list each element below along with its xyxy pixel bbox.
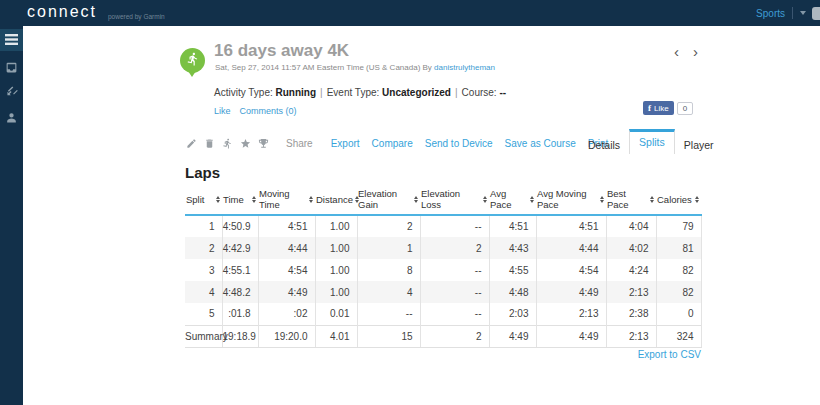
sort-arrows-icon[interactable] bbox=[414, 196, 418, 203]
meta-value: -- bbox=[499, 87, 506, 98]
left-sidebar bbox=[0, 26, 23, 405]
next-activity-icon[interactable]: › bbox=[693, 44, 698, 59]
column-header-best-pace[interactable]: Best Pace bbox=[606, 186, 656, 215]
facebook-like-widget: f Like 0 bbox=[643, 101, 693, 115]
laps-table: SplitTimeMoving TimeDistanceElevation Ga… bbox=[185, 186, 701, 348]
lap-cell: 15 bbox=[357, 325, 420, 347]
sidebar-item-profile[interactable] bbox=[0, 108, 23, 130]
export-to-csv-link[interactable]: Export to CSV bbox=[560, 349, 701, 360]
runner-icon bbox=[186, 52, 200, 70]
lap-cell: 4:50.9 bbox=[222, 215, 258, 237]
lap-cell: 2 bbox=[357, 215, 420, 237]
lap-cell: 1 bbox=[185, 215, 222, 237]
sort-arrows-icon[interactable] bbox=[530, 196, 534, 203]
column-header-moving-time[interactable]: Moving Time bbox=[258, 186, 315, 215]
lap-cell: 2:38 bbox=[606, 303, 656, 325]
lap-cell: 2 bbox=[185, 237, 222, 259]
facebook-like-button[interactable]: f Like bbox=[643, 101, 674, 115]
sort-arrows-icon[interactable] bbox=[600, 196, 604, 203]
sidebar-item-menu[interactable] bbox=[0, 29, 23, 51]
sort-arrows-icon[interactable] bbox=[216, 196, 220, 203]
lap-cell: 4:54 bbox=[536, 259, 606, 281]
sidebar-item-inbox[interactable] bbox=[0, 58, 23, 80]
sidebar-item-connections[interactable] bbox=[0, 82, 23, 104]
lap-cell: 2 bbox=[420, 237, 489, 259]
tab-splits[interactable]: Splits bbox=[629, 129, 675, 154]
sort-arrows-icon[interactable] bbox=[252, 196, 256, 203]
column-header-avg-moving-pace[interactable]: Avg Moving Pace bbox=[536, 186, 606, 215]
sports-menu-link[interactable]: Sports bbox=[756, 8, 785, 19]
sort-arrows-icon[interactable] bbox=[309, 196, 313, 203]
sort-arrows-icon[interactable] bbox=[650, 196, 654, 203]
delete-trash-icon[interactable] bbox=[204, 137, 216, 149]
laps-heading: Laps bbox=[185, 164, 220, 181]
lap-cell: 4:48 bbox=[489, 281, 536, 303]
inbox-icon bbox=[5, 60, 18, 78]
facebook-icon: f bbox=[648, 103, 651, 113]
summary-row: Summary19:18.919:20.04.011524:494:492:13… bbox=[185, 325, 701, 347]
sort-arrows-icon[interactable] bbox=[483, 196, 487, 203]
activity-title: 16 days away 4K bbox=[214, 41, 349, 61]
toolbar-link-send-to-device[interactable]: Send to Device bbox=[425, 138, 493, 149]
laps-body: 14:50.94:511.002--4:514:514:047924:42.94… bbox=[185, 215, 701, 347]
lap-row: 14:50.94:511.002--4:514:514:0479 bbox=[185, 215, 701, 237]
trophy-icon[interactable] bbox=[258, 137, 270, 149]
lap-cell: -- bbox=[420, 281, 489, 303]
lap-cell: 4:49 bbox=[258, 281, 315, 303]
edit-pencil-icon[interactable] bbox=[186, 137, 198, 149]
column-header-time[interactable]: Time bbox=[222, 186, 258, 215]
lap-cell: 4:48.2 bbox=[222, 281, 258, 303]
tab-details[interactable]: Details bbox=[579, 132, 629, 157]
lap-cell: 4 bbox=[185, 281, 222, 303]
runner-icon[interactable] bbox=[222, 137, 234, 149]
lap-cell: 1.00 bbox=[315, 259, 357, 281]
lap-cell: 0 bbox=[656, 303, 701, 325]
toolbar-link-save-as-course[interactable]: Save as Course bbox=[505, 138, 576, 149]
lap-cell: 4:51 bbox=[489, 215, 536, 237]
share-button[interactable]: Share bbox=[286, 138, 313, 149]
column-header-avg-pace[interactable]: Avg Pace bbox=[489, 186, 536, 215]
lap-cell: 4:24 bbox=[606, 259, 656, 281]
lap-cell: :01.8 bbox=[222, 303, 258, 325]
lap-cell: 4.01 bbox=[315, 325, 357, 347]
lap-cell: 8 bbox=[357, 259, 420, 281]
lap-cell: -- bbox=[420, 259, 489, 281]
lap-cell: -- bbox=[420, 215, 489, 237]
lap-cell: 82 bbox=[656, 281, 701, 303]
favorite-star-icon[interactable] bbox=[240, 137, 252, 149]
activity-author-link[interactable]: danistrulytheman bbox=[434, 63, 495, 72]
activity-subtitle: Sat, Sep 27, 2014 11:57 AM Eastern Time … bbox=[215, 63, 495, 72]
prev-activity-icon[interactable]: ‹ bbox=[674, 44, 679, 59]
column-header-distance[interactable]: Distance bbox=[315, 186, 357, 215]
like-link[interactable]: Like bbox=[214, 106, 231, 116]
column-label: Time bbox=[223, 194, 244, 205]
lap-cell: 1.00 bbox=[315, 237, 357, 259]
column-header-elevation-gain[interactable]: Elevation Gain bbox=[357, 186, 420, 215]
connect-logo: connect bbox=[27, 3, 97, 21]
comments-link[interactable]: Comments (0) bbox=[240, 106, 297, 116]
toolbar-link-compare[interactable]: Compare bbox=[372, 138, 413, 149]
topbar-divider bbox=[792, 7, 793, 19]
column-header-calories[interactable]: Calories bbox=[656, 186, 701, 215]
column-header-elevation-loss[interactable]: Elevation Loss bbox=[420, 186, 489, 215]
meta-label: Event Type: bbox=[327, 87, 382, 98]
lap-cell: Summary bbox=[185, 325, 222, 347]
lap-cell: 79 bbox=[656, 215, 701, 237]
column-header-split[interactable]: Split bbox=[185, 186, 222, 215]
chevron-down-icon[interactable] bbox=[800, 11, 806, 15]
lap-cell: 4:49 bbox=[489, 325, 536, 347]
lap-cell: 82 bbox=[656, 259, 701, 281]
garmin-connect-page: connect powered by Garmin Sports bbox=[0, 0, 820, 405]
column-label: Distance bbox=[316, 194, 353, 205]
lap-cell: 4:55 bbox=[489, 259, 536, 281]
lap-cell: 1 bbox=[357, 237, 420, 259]
tab-player[interactable]: Player bbox=[675, 132, 723, 157]
topbar-right-group: Sports bbox=[756, 0, 806, 26]
topbar-edge-icon[interactable] bbox=[812, 7, 820, 20]
sort-arrows-icon[interactable] bbox=[695, 196, 699, 203]
lap-cell: -- bbox=[357, 303, 420, 325]
lap-cell: 2:13 bbox=[606, 281, 656, 303]
toolbar-link-export[interactable]: Export bbox=[331, 138, 360, 149]
lap-cell: 19:20.0 bbox=[258, 325, 315, 347]
lap-cell: 4:55.1 bbox=[222, 259, 258, 281]
